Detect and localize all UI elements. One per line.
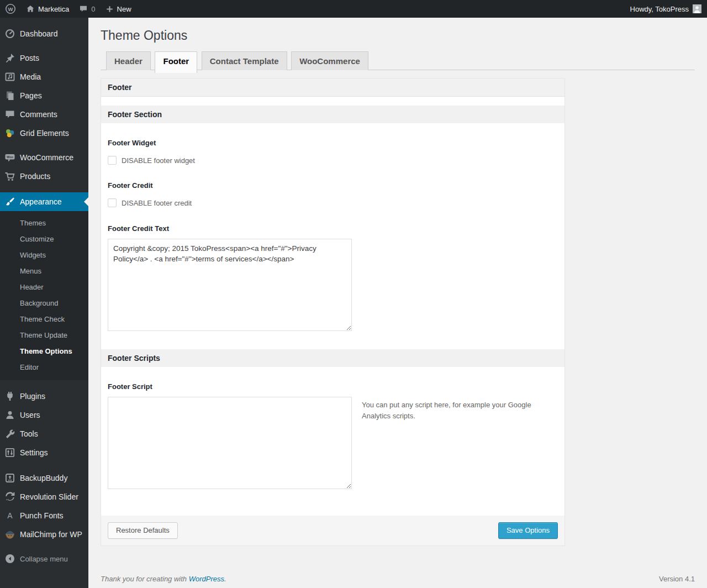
sidebar-item-label: MailChimp for WP xyxy=(20,530,82,539)
sidebar-item-woocommerce[interactable]: Woo WooCommerce xyxy=(0,148,88,167)
howdy-text: Howdy, TokoPress xyxy=(630,5,689,13)
sidebar-subitem-widgets[interactable]: Widgets xyxy=(0,247,88,263)
tab-footer[interactable]: Footer xyxy=(155,51,197,73)
restore-defaults-button[interactable]: Restore Defaults xyxy=(108,522,178,539)
disable-footer-credit-checkbox[interactable] xyxy=(108,198,117,207)
sidebar-item-revolution-slider[interactable]: Revolution Slider xyxy=(0,487,88,506)
grid-elements-icon xyxy=(4,128,15,139)
sidebar-item-posts[interactable]: Posts xyxy=(0,49,88,67)
sidebar-item-label: Punch Fonts xyxy=(20,511,64,520)
sidebar-subitem-theme-update[interactable]: Theme Update xyxy=(0,327,88,343)
admin-sidebar: Dashboard Posts Media Pages Comments Gri… xyxy=(0,18,88,588)
font-a-icon: A xyxy=(4,510,15,521)
sidebar-item-label: Comments xyxy=(20,110,57,119)
sidebar-item-products[interactable]: Products xyxy=(0,167,88,186)
user-icon xyxy=(4,410,15,421)
sidebar-item-tools[interactable]: Tools xyxy=(0,424,88,443)
plug-icon xyxy=(4,391,15,402)
sidebar-item-mailchimp[interactable]: MailChimp for WP xyxy=(0,525,88,544)
footer-options-panel: Footer Footer Section Footer Widget DISA… xyxy=(101,78,565,546)
dashboard-icon xyxy=(4,28,15,39)
sidebar-item-pages[interactable]: Pages xyxy=(0,86,88,105)
wordpress-link[interactable]: WordPress xyxy=(189,575,224,583)
comment-count: 0 xyxy=(91,5,95,13)
pushpin-icon xyxy=(4,53,15,64)
disable-footer-widget-label: DISABLE footer widget xyxy=(122,156,195,165)
media-icon xyxy=(4,71,15,82)
disable-footer-credit-label: DISABLE footer credit xyxy=(122,199,192,207)
sidebar-item-grid-elements[interactable]: Grid Elements xyxy=(0,124,88,143)
sidebar-item-media[interactable]: Media xyxy=(0,67,88,86)
wrench-icon xyxy=(4,428,15,439)
footer-script-label: Footer Script xyxy=(108,382,558,391)
sidebar-item-users[interactable]: Users xyxy=(0,406,88,424)
collapse-menu-label: Collapse menu xyxy=(20,555,68,563)
disable-footer-widget-checkbox[interactable] xyxy=(108,156,117,165)
footer-section-heading: Footer Section xyxy=(101,106,564,123)
collapse-menu-button[interactable]: Collapse menu xyxy=(0,549,88,568)
panel-action-bar: Restore Defaults Save Options xyxy=(101,516,564,545)
sidebar-subitem-customize[interactable]: Customize xyxy=(0,231,88,247)
sidebar-subitem-menus[interactable]: Menus xyxy=(0,263,88,279)
home-icon xyxy=(26,4,35,13)
plus-icon xyxy=(105,5,114,13)
sidebar-subitem-editor[interactable]: Editor xyxy=(0,359,88,375)
account-menu[interactable]: Howdy, TokoPress xyxy=(630,0,689,18)
footer-credit-text-input[interactable]: Copyright &copy; 2015 TokoPress<span><a … xyxy=(108,239,352,331)
footer-widget-checkbox-row: DISABLE footer widget xyxy=(108,156,558,165)
main-content: Theme Options Header Footer Contact Temp… xyxy=(88,0,707,583)
sidebar-item-label: Dashboard xyxy=(20,29,58,38)
footer-section-body: Footer Widget DISABLE footer widget Foot… xyxy=(101,123,564,349)
svg-text:W: W xyxy=(8,6,13,12)
footer-scripts-heading: Footer Scripts xyxy=(101,349,564,367)
svg-text:Woo: Woo xyxy=(7,155,14,159)
sidebar-item-label: Media xyxy=(20,72,41,81)
sidebar-item-plugins[interactable]: Plugins xyxy=(0,387,88,406)
tab-woocommerce[interactable]: WooCommerce xyxy=(291,51,368,70)
sidebar-item-label: Grid Elements xyxy=(20,129,69,138)
svg-text:A: A xyxy=(7,511,13,520)
sidebar-item-label: Users xyxy=(20,411,40,419)
sidebar-subitem-header[interactable]: Header xyxy=(0,279,88,295)
sidebar-item-label: Settings xyxy=(20,448,48,457)
site-link[interactable]: Marketica xyxy=(21,0,74,18)
avatar[interactable] xyxy=(693,4,701,13)
sidebar-item-label: WooCommerce xyxy=(20,153,73,162)
backup-icon xyxy=(4,473,15,484)
comments-shortcut[interactable]: 0 xyxy=(74,0,100,18)
footer-widget-label: Footer Widget xyxy=(108,139,558,147)
mailchimp-monkey-icon xyxy=(4,529,15,540)
sidebar-item-appearance[interactable]: Appearance xyxy=(0,192,88,211)
page-title: Theme Options xyxy=(101,23,695,46)
admin-bar: W Marketica 0 New Howdy, TokoPress xyxy=(0,0,707,18)
sidebar-item-label: Products xyxy=(20,172,50,181)
footer-script-help-text: You can put any script here, for example… xyxy=(362,400,533,422)
sidebar-item-punch-fonts[interactable]: A Punch Fonts xyxy=(0,506,88,525)
tab-contact-template[interactable]: Contact Template xyxy=(202,51,287,70)
sidebar-subitem-themes[interactable]: Themes xyxy=(0,215,88,231)
sidebar-subitem-background[interactable]: Background xyxy=(0,295,88,311)
version-text: Version 4.1 xyxy=(659,575,695,583)
panel-title: Footer xyxy=(101,78,564,97)
new-content-menu[interactable]: New xyxy=(101,0,136,18)
comment-bubble-icon xyxy=(79,4,88,13)
sidebar-item-settings[interactable]: Settings xyxy=(0,443,88,462)
cart-icon xyxy=(4,171,15,182)
pages-icon xyxy=(4,90,15,101)
sidebar-item-backupbuddy[interactable]: BackupBuddy xyxy=(0,469,88,487)
comments-icon xyxy=(4,109,15,120)
sidebar-item-comments[interactable]: Comments xyxy=(0,105,88,124)
thanks-prefix: Thank you for creating with xyxy=(101,575,189,583)
sidebar-item-dashboard[interactable]: Dashboard xyxy=(0,24,88,43)
save-options-button[interactable]: Save Options xyxy=(498,522,558,539)
sidebar-subitem-theme-options[interactable]: Theme Options xyxy=(0,343,88,359)
footer-script-input[interactable] xyxy=(108,397,352,489)
footer-credit-checkbox-row: DISABLE footer credit xyxy=(108,198,558,207)
tab-header[interactable]: Header xyxy=(106,51,151,70)
admin-footer: Thank you for creating with WordPress. V… xyxy=(101,575,695,583)
wp-logo-menu[interactable]: W xyxy=(0,0,21,18)
woocommerce-icon: Woo xyxy=(4,152,15,163)
sidebar-subitem-theme-check[interactable]: Theme Check xyxy=(0,311,88,327)
sidebar-item-label: Posts xyxy=(20,54,39,62)
sidebar-item-label: Plugins xyxy=(20,392,45,401)
